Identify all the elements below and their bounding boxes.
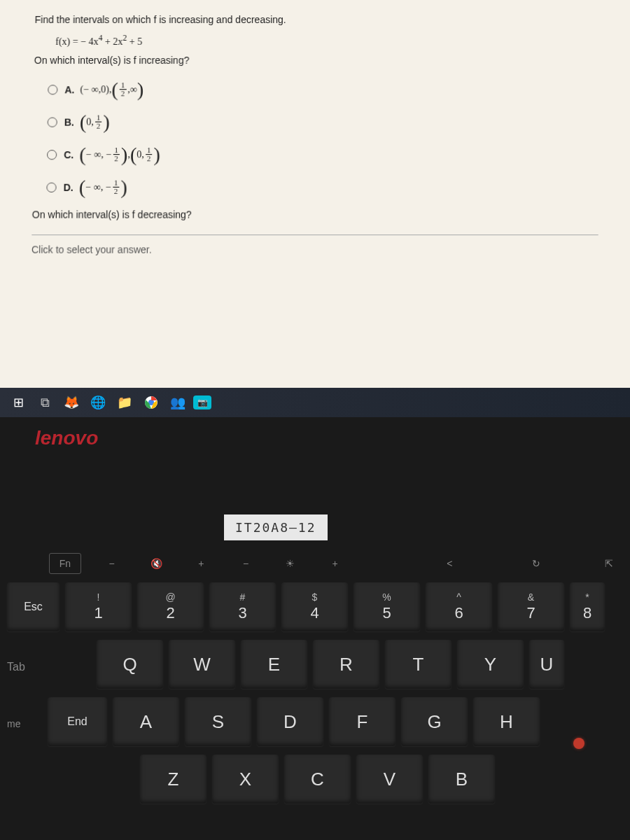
- app-icon[interactable]: 👥: [167, 391, 189, 414]
- sub-question-decreasing: On which interval(s) is f decreasing?: [32, 209, 598, 220]
- edge-icon[interactable]: 🌐: [87, 391, 109, 414]
- option-a-math: (− ∞,0), ( 12 ,∞ ): [80, 78, 144, 101]
- key-x[interactable]: X: [212, 755, 279, 804]
- key-y[interactable]: Y: [457, 640, 524, 689]
- trackpoint[interactable]: [573, 738, 584, 749]
- key-3[interactable]: #3: [209, 582, 276, 631]
- key-8[interactable]: *8: [570, 582, 605, 631]
- model-sticker: IT20A8–12: [224, 514, 328, 540]
- number-row: Esc !1 @2 #3 $4 %5 ^6 &7 *8: [7, 582, 623, 631]
- qwerty-row: Tab Q W E R T Y U: [7, 640, 623, 689]
- fn-key[interactable]: ⇱: [595, 553, 623, 574]
- fn-key[interactable]: Fn: [49, 553, 81, 574]
- click-prompt: Click to select your answer.: [31, 244, 598, 255]
- radio-icon: [48, 85, 57, 94]
- refresh-icon[interactable]: ↻: [522, 553, 550, 574]
- key-d[interactable]: D: [257, 697, 323, 746]
- key-w[interactable]: W: [169, 640, 235, 689]
- fn-key[interactable]: −: [98, 553, 126, 574]
- key-5[interactable]: %5: [354, 582, 420, 631]
- fn-key[interactable]: −: [232, 553, 260, 574]
- keyboard: Fn − 🔇 + − ☀ + < ↻ ⇱ Esc !1 @2 #3 $4 %5 …: [0, 553, 630, 812]
- option-label: C.: [64, 149, 74, 160]
- formula: f(x) = − 4x4 + 2x2 + 5: [55, 34, 596, 48]
- firefox-icon[interactable]: 🦊: [60, 391, 83, 414]
- home-key-partial[interactable]: me: [7, 697, 28, 746]
- brightness-icon[interactable]: ☀: [276, 553, 304, 574]
- radio-icon: [46, 182, 56, 192]
- option-d-math: ( − ∞, − 12 ): [79, 176, 127, 199]
- mute-icon[interactable]: 🔇: [143, 553, 171, 574]
- sub-question-increasing: On which interval(s) is f increasing?: [34, 55, 596, 66]
- key-q[interactable]: Q: [97, 640, 163, 689]
- fn-key[interactable]: +: [187, 553, 215, 574]
- key-z[interactable]: Z: [140, 755, 206, 804]
- chrome-icon[interactable]: [140, 391, 162, 414]
- option-b-math: ( 0, 12 ): [80, 111, 110, 133]
- esc-key[interactable]: Esc: [7, 582, 59, 631]
- key-s[interactable]: S: [185, 697, 251, 746]
- task-view-icon[interactable]: ⧉: [34, 391, 56, 414]
- taskbar: ⊞ ⧉ 🦊 🌐 📁 👥 📷: [0, 388, 630, 417]
- question-title: Find the intervals on which f is increas…: [34, 14, 595, 25]
- key-b[interactable]: B: [428, 755, 495, 804]
- radio-icon: [47, 150, 57, 160]
- key-t[interactable]: T: [385, 640, 451, 689]
- key-6[interactable]: ^6: [426, 582, 492, 631]
- key-7[interactable]: &7: [498, 582, 564, 631]
- radio-icon: [48, 117, 57, 127]
- windows-start-icon[interactable]: ⊞: [7, 391, 29, 414]
- key-u[interactable]: U: [529, 640, 564, 689]
- end-key[interactable]: End: [48, 697, 107, 746]
- option-label: D.: [64, 181, 74, 192]
- option-b[interactable]: B. ( 0, 12 ): [47, 111, 596, 133]
- camera-icon[interactable]: 📷: [193, 396, 211, 410]
- divider: [31, 234, 598, 235]
- key-r[interactable]: R: [313, 640, 379, 689]
- key-g[interactable]: G: [401, 697, 468, 746]
- option-c[interactable]: C. ( − ∞, − 12 ), ( 0, 12 ): [47, 144, 597, 166]
- key-a[interactable]: A: [113, 697, 179, 746]
- fn-key[interactable]: <: [436, 553, 464, 574]
- tab-key[interactable]: Tab: [7, 640, 42, 689]
- fn-row: Fn − 🔇 + − ☀ + < ↻ ⇱: [7, 553, 623, 574]
- file-explorer-icon[interactable]: 📁: [113, 391, 136, 414]
- key-f[interactable]: F: [329, 697, 396, 746]
- key-h[interactable]: H: [473, 697, 540, 746]
- option-a[interactable]: A. (− ∞,0), ( 12 ,∞ ): [48, 78, 596, 101]
- option-label: B.: [64, 116, 74, 127]
- key-v[interactable]: V: [356, 755, 423, 804]
- zxcv-row: Z X C V B: [7, 755, 623, 804]
- option-c-math: ( − ∞, − 12 ), ( 0, 12 ): [79, 144, 160, 166]
- key-c[interactable]: C: [284, 755, 351, 804]
- option-d[interactable]: D. ( − ∞, − 12 ): [46, 176, 598, 199]
- option-label: A.: [64, 84, 74, 95]
- fn-key[interactable]: +: [321, 553, 349, 574]
- lenovo-logo: lenovo: [35, 427, 98, 449]
- key-e[interactable]: E: [241, 640, 307, 689]
- key-1[interactable]: !1: [65, 582, 132, 631]
- key-4[interactable]: $4: [281, 582, 348, 631]
- key-2[interactable]: @2: [137, 582, 204, 631]
- asdf-row: me End A S D F G H: [7, 697, 623, 746]
